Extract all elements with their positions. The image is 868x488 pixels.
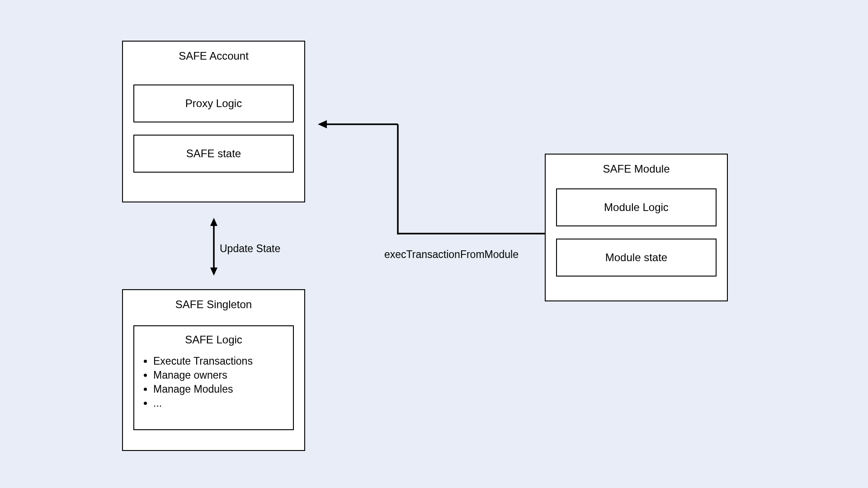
safe-singleton-title: SAFE Singleton (123, 290, 304, 319)
module-logic-label: Module Logic (604, 201, 669, 214)
update-state-label: Update State (220, 243, 280, 255)
proxy-logic-label: Proxy Logic (185, 97, 242, 110)
svg-marker-1 (210, 218, 217, 226)
safe-account-box: SAFE Account Proxy Logic SAFE state (122, 41, 305, 202)
safe-logic-list: Execute Transactions Manage owners Manag… (141, 354, 287, 410)
module-state-label: Module state (605, 251, 667, 264)
safe-state-label: SAFE state (186, 147, 241, 160)
list-item: Execute Transactions (153, 354, 287, 368)
module-logic-box: Module Logic (556, 188, 717, 226)
module-state-box: Module state (556, 239, 717, 277)
list-item: Manage Modules (153, 382, 287, 396)
safe-account-title: SAFE Account (123, 42, 304, 70)
safe-singleton-box: SAFE Singleton SAFE Logic Execute Transa… (122, 289, 305, 451)
safe-module-title: SAFE Module (546, 155, 727, 183)
svg-marker-2 (210, 267, 217, 276)
svg-marker-6 (318, 120, 327, 128)
safe-state-box: SAFE state (133, 135, 294, 173)
safe-module-box: SAFE Module Module Logic Module state (545, 154, 728, 301)
list-item: Manage owners (153, 368, 287, 382)
proxy-logic-box: Proxy Logic (133, 84, 294, 122)
safe-architecture-diagram: SAFE Account Proxy Logic SAFE state SAFE… (108, 27, 760, 461)
safe-logic-box: SAFE Logic Execute Transactions Manage o… (133, 325, 294, 430)
list-item: ... (153, 396, 287, 410)
safe-logic-title: SAFE Logic (141, 333, 287, 346)
exec-tx-label: execTransactionFromModule (384, 249, 519, 261)
